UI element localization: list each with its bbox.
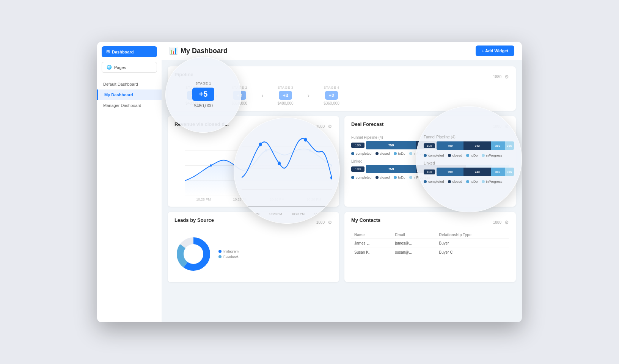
pipeline-controls: 1880 ⚙ xyxy=(493,74,509,80)
legend-completed-2: completed xyxy=(351,176,372,179)
zoom-bar-chart-circle: Funnel Pipeline (4) 100 759 743 386 306 … xyxy=(416,106,522,212)
zoom-stage-label: STAGE 1 xyxy=(195,82,211,85)
zoom-legend-inprogress-2: inProgress xyxy=(482,180,503,184)
sidebar-item-my-dashboard[interactable]: My Dashboard xyxy=(97,89,162,100)
zoom-bar-inner: Funnel Pipeline (4) 100 759 743 386 306 … xyxy=(416,107,522,212)
my-contacts-card: My Contacts 1880 ⚙ Name Email Relationsh… xyxy=(344,212,516,282)
sidebar: ⊞ Dashboard 🌐 Pages Default Dashboard My… xyxy=(97,42,162,322)
svg-point-16 xyxy=(278,162,281,165)
zoom-line-svg xyxy=(242,126,332,211)
stage-3: STAGE 3 +3 $480,000 xyxy=(267,86,305,105)
contact-name-2: Susan K. xyxy=(351,248,392,257)
leads-source-label: 1880 xyxy=(316,220,325,224)
svg-point-17 xyxy=(304,138,307,142)
contacts-tbody: James L. james@... Buyer Susan K. susan@… xyxy=(351,239,509,257)
sidebar-item-manager-dashboard[interactable]: Manager Dashboard xyxy=(97,100,162,111)
legend-todo-2: toDo xyxy=(394,176,405,179)
zoom-bar-row-1: 100 759 743 386 306 xyxy=(424,141,514,150)
zoom-seg-closed-1: 743 xyxy=(463,141,490,150)
zoom-dot-inprogress-2 xyxy=(482,180,485,183)
zoom-dot-todo-2 xyxy=(466,180,469,183)
pages-button[interactable]: 🌐 Pages xyxy=(102,62,157,73)
zoom-dot-closed-1 xyxy=(448,154,451,157)
legend-closed-2: closed xyxy=(375,176,390,179)
stage-3-amount: $480,000 xyxy=(278,101,294,105)
legend-todo-1: toDo xyxy=(394,152,405,155)
zoom-legend-completed-2: completed xyxy=(424,180,444,184)
zoom-stage-amount: $480,000 xyxy=(194,103,213,108)
zoom-time-2: 10:28 PM xyxy=(269,212,282,216)
bar-seg-completed-1: 759 xyxy=(366,141,416,149)
svg-point-18 xyxy=(330,176,332,180)
legend-closed-1: closed xyxy=(375,152,390,155)
funnel-bar-label: 100 xyxy=(351,143,364,148)
svg-point-3 xyxy=(210,165,212,167)
zoom-legend-todo-1: toDo xyxy=(466,154,478,157)
dashboard-button[interactable]: ⊞ Dashboard xyxy=(102,46,157,57)
zoom-legend-inprogress-1: inProgress xyxy=(482,154,503,157)
col-type: Relationship Type xyxy=(436,231,509,239)
my-contacts-controls: 1880 ⚙ xyxy=(493,220,509,225)
zoom-dot-closed-2 xyxy=(448,180,451,183)
dashboard-btn-label: Dashboard xyxy=(112,50,134,54)
zoom-legend-1: completed closed toDo inProgress xyxy=(424,154,514,157)
col-email: Email xyxy=(392,231,436,239)
zoom-bar-label-1: 100 xyxy=(424,143,435,148)
table-row: James L. james@... Buyer xyxy=(351,239,509,248)
bar-seg-completed-2: 759 xyxy=(366,165,416,173)
stage-4-badge: +2 xyxy=(325,91,338,100)
zoom-funnel-label: Funnel Pipeline (4) xyxy=(424,135,514,139)
zoom-seg-closed-2: 743 xyxy=(463,168,490,176)
zoom-dot-completed-2 xyxy=(424,180,427,183)
pages-btn-label: Pages xyxy=(114,65,126,70)
contact-type-1: Buyer xyxy=(436,239,509,248)
zoom-legend-closed-2: closed xyxy=(448,180,462,184)
zoom-linked-label: Linked xyxy=(424,161,514,165)
linked-bar-label: 100 xyxy=(351,166,364,172)
pipeline-settings-icon[interactable]: ⚙ xyxy=(504,74,509,80)
my-contacts-settings-icon[interactable]: ⚙ xyxy=(504,220,509,225)
legend-dot-todo-1 xyxy=(394,152,397,155)
zoom-legend-closed-1: closed xyxy=(448,154,462,157)
donut-chart xyxy=(174,235,212,273)
contacts-table: Name Email Relationship Type James L. ja… xyxy=(351,231,509,257)
top-header: 📊 My Dashboard + Add Widget xyxy=(162,42,522,60)
zoom-line-chart-circle: 10:28 PM 10:28 PM 10:28 PM 10:28 PM xyxy=(234,118,340,224)
donut-legend-instagram: Instagram xyxy=(218,249,239,253)
legend-dot-closed-2 xyxy=(375,176,379,179)
arrow-2: › xyxy=(261,92,263,99)
contacts-thead: Name Email Relationship Type xyxy=(351,231,509,239)
zoom-dot-completed-1 xyxy=(424,154,427,157)
deal-forecast-title: Deal Forecast xyxy=(351,121,383,127)
stage-3-label: STAGE 3 xyxy=(278,86,293,89)
table-row: Susan K. susan@... Buyer C xyxy=(351,248,509,257)
stage-4: STAGE 4 +2 $360,000 xyxy=(313,86,350,105)
stage-4-label: STAGE 4 xyxy=(324,86,339,89)
sidebar-item-default-dashboard[interactable]: Default Dashboard xyxy=(97,79,162,89)
contact-name-1: James L. xyxy=(351,239,392,248)
leads-source-card: Leads by Source 1880 ⚙ xyxy=(168,212,339,282)
zoom-legend-completed-1: completed xyxy=(424,154,444,157)
zoom-seg-inprogress-2: 306 xyxy=(505,168,514,176)
dashboard-icon: ⊞ xyxy=(106,49,110,54)
zoom-seg-completed-2: 759 xyxy=(437,168,463,176)
zoom-seg-todo-2: 386 xyxy=(491,168,505,176)
zoom-bar-row-2: 100 759 743 386 306 xyxy=(424,168,514,176)
contact-email-2: susan@... xyxy=(392,248,436,257)
legend-completed-1: completed xyxy=(351,152,372,155)
zoom-time-3: 10:28 PM xyxy=(292,212,305,216)
arrow-3: › xyxy=(308,92,310,99)
pipeline-control-label: 1880 xyxy=(493,75,501,79)
donut-area: Instagram Facebook xyxy=(174,231,332,277)
donut-dot-facebook xyxy=(218,255,222,258)
leads-source-title: Leads by Source xyxy=(174,217,214,223)
zoom-legend-todo-2: toDo xyxy=(466,180,478,184)
zoom-bar-segments-2: 759 743 386 306 xyxy=(437,168,514,176)
zoom-seg-completed-1: 759 xyxy=(437,141,463,150)
zoom-stage-badge: +5 xyxy=(192,88,215,101)
leads-source-settings-icon[interactable]: ⚙ xyxy=(328,220,332,225)
zoom-seg-inprogress-1: 306 xyxy=(505,141,514,150)
add-widget-button[interactable]: + Add Widget xyxy=(476,46,514,56)
zoom-dot-todo-1 xyxy=(466,154,469,157)
zoom-bar-segments-1: 759 743 386 306 xyxy=(437,141,514,150)
